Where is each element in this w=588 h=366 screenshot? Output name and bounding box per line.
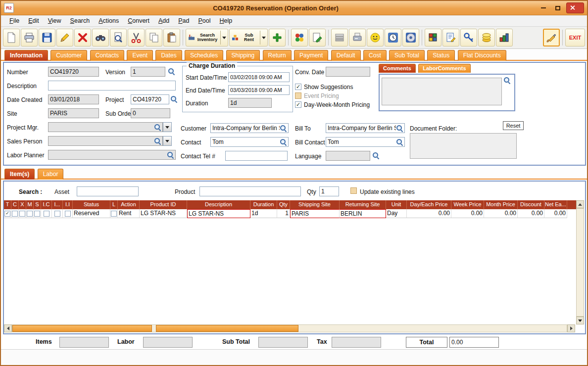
contact-button[interactable]	[367, 29, 384, 46]
pool-button[interactable]	[291, 29, 308, 46]
menu-view[interactable]: View	[44, 16, 66, 25]
sales-person-dropdown[interactable]	[163, 136, 172, 146]
h-scroll-track[interactable]	[12, 324, 567, 332]
row-product-id-cell[interactable]: LG STAR-NS	[140, 209, 187, 218]
items-h-scrollbar[interactable]	[4, 324, 575, 332]
sub-rent-button[interactable]: Sub Rent	[229, 29, 268, 46]
print-button[interactable]	[21, 29, 38, 46]
menu-edit[interactable]: Edit	[24, 16, 44, 25]
row-checkbox-x[interactable]	[19, 209, 26, 218]
minimize-button[interactable]	[538, 3, 549, 12]
menu-file[interactable]: File	[5, 16, 24, 25]
sales-person-field[interactable]	[48, 136, 163, 146]
copy-button[interactable]	[146, 29, 162, 46]
project-mgr-dropdown[interactable]	[163, 122, 172, 132]
v-scroll-down-arrow[interactable]	[576, 317, 584, 324]
paste-button[interactable]	[163, 29, 180, 46]
h-scroll-left-arrow[interactable]	[4, 324, 12, 332]
project-mgr-field[interactable]	[48, 122, 163, 132]
row-shipping-site-cell[interactable]: PARIS	[290, 209, 340, 218]
exit-button[interactable]: EXIT	[565, 29, 585, 46]
maximize-button[interactable]	[552, 3, 564, 12]
tab-comments[interactable]: Comments	[379, 64, 416, 73]
row-day-each-price-cell[interactable]: 0.00	[407, 209, 451, 218]
bill-to-field[interactable]: Intra-Company for Berlin Site	[326, 123, 405, 133]
tab-status[interactable]: Status	[427, 50, 455, 61]
contact-search-icon[interactable]	[280, 138, 287, 145]
highlight-tool-button[interactable]	[543, 29, 560, 46]
number-field[interactable]: CO419720	[48, 67, 99, 77]
start-date-field[interactable]: 03/02/2018 09:00 AM	[228, 72, 290, 82]
row-checkbox-m[interactable]	[26, 209, 34, 218]
delete-button[interactable]	[74, 29, 91, 46]
row-qty-cell[interactable]: 1	[277, 209, 290, 218]
comments-textarea[interactable]	[382, 78, 502, 105]
date-created-field[interactable]: 03/01/2018	[48, 94, 99, 104]
menu-pad[interactable]: Pad	[174, 16, 194, 25]
customer-search-icon[interactable]	[280, 125, 287, 132]
end-date-field[interactable]: 03/03/2018 09:00 AM	[228, 85, 290, 95]
sub-rent-dropdown[interactable]	[260, 31, 266, 45]
menu-actions[interactable]: Actions	[94, 16, 123, 25]
row-checkbox-i2[interactable]	[52, 209, 63, 218]
project-mgr-search-icon[interactable]	[154, 124, 161, 131]
edit-button[interactable]	[56, 29, 73, 46]
event-pricing-checkbox[interactable]	[295, 92, 301, 99]
add-line-button[interactable]	[269, 29, 286, 46]
tab-flat-discounts[interactable]: Flat Discounts	[458, 50, 506, 61]
row-month-price-cell[interactable]: 0.00	[484, 209, 518, 218]
security-button[interactable]	[460, 29, 477, 46]
customer-field[interactable]: Intra-Company for Berlin Site	[210, 123, 289, 133]
version-field[interactable]: 1	[131, 67, 165, 77]
menu-pool[interactable]: Pool	[194, 16, 215, 25]
row-description-cell[interactable]: LG STAR-NS	[187, 209, 250, 218]
menu-add[interactable]: Add	[154, 16, 174, 25]
row-discount-cell[interactable]: 0.00	[518, 209, 544, 218]
payment-button[interactable]	[478, 29, 495, 46]
menu-search[interactable]: Search	[66, 16, 95, 25]
search-inventory-button[interactable]: Search Inventory	[186, 29, 228, 46]
duration-field[interactable]: 1d	[228, 98, 272, 108]
edit-document-button[interactable]	[442, 29, 459, 46]
row-net-each-cell[interactable]: 0.00	[544, 209, 567, 218]
save-button[interactable]	[39, 29, 55, 46]
row-checkbox-ic[interactable]	[41, 209, 52, 218]
day-week-month-checkbox[interactable]	[295, 101, 301, 108]
report-button[interactable]	[496, 29, 513, 46]
tab-event[interactable]: Event	[127, 50, 153, 61]
schedule-button[interactable]	[385, 29, 401, 46]
v-scroll-track[interactable]	[576, 208, 584, 317]
product-input[interactable]	[199, 186, 301, 196]
search-inventory-dropdown[interactable]	[220, 31, 226, 45]
bill-contact-search-icon[interactable]	[396, 138, 403, 145]
tab-contacts[interactable]: Contacts	[90, 50, 124, 61]
site-field[interactable]: PARIS	[48, 108, 99, 118]
row-week-price-cell[interactable]: 0.00	[451, 209, 484, 218]
row-checkbox-s[interactable]	[34, 209, 41, 218]
cut-button[interactable]	[128, 29, 145, 46]
comments-search-icon[interactable]	[503, 77, 510, 84]
close-button[interactable]	[566, 2, 584, 13]
row-checkbox-l[interactable]	[110, 209, 118, 218]
project-search-icon[interactable]	[170, 95, 177, 102]
v-scroll-up-arrow[interactable]	[576, 200, 584, 208]
labor-planner-search-icon[interactable]	[167, 151, 174, 158]
fax-button[interactable]	[349, 29, 366, 46]
reset-button[interactable]: Reset	[503, 121, 524, 130]
h-scroll-thumb-right[interactable]	[156, 325, 298, 332]
find-in-document-button[interactable]	[110, 29, 127, 46]
search-button[interactable]	[92, 29, 109, 46]
row-action-cell[interactable]: Rent	[118, 209, 140, 218]
labor-planner-field[interactable]	[48, 150, 176, 160]
update-existing-lines-checkbox[interactable]	[350, 187, 357, 194]
bill-to-search-icon[interactable]	[396, 125, 403, 132]
language-field[interactable]	[326, 151, 370, 161]
media-button[interactable]	[402, 29, 419, 46]
tab-information[interactable]: Information	[4, 50, 48, 61]
row-duration-cell[interactable]: 1d	[250, 209, 277, 218]
bill-contact-field[interactable]: Tom	[326, 137, 405, 147]
tab-payment[interactable]: Payment	[294, 50, 328, 61]
new-document-button[interactable]	[3, 29, 20, 46]
row-checkbox-ii[interactable]	[63, 209, 73, 218]
tab-items[interactable]: Item(s)	[4, 169, 35, 180]
